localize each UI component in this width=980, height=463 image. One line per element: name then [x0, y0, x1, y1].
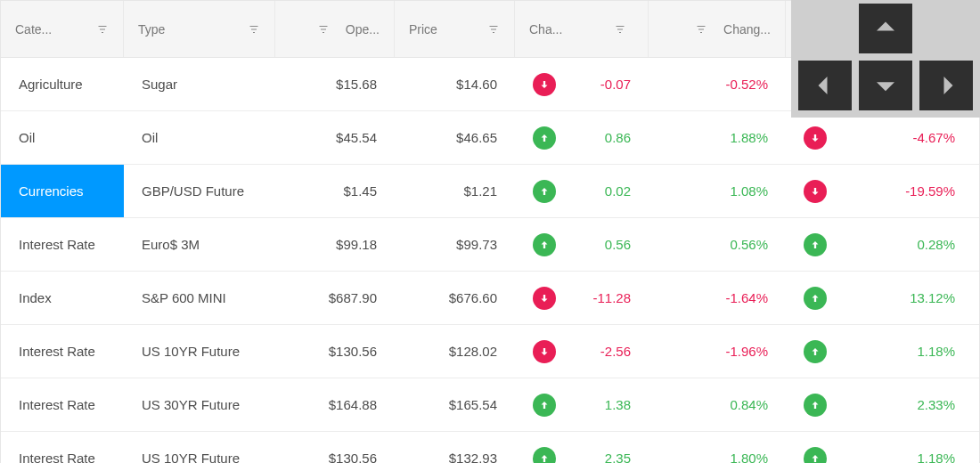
nav-right-button[interactable] — [919, 61, 973, 110]
cell-type[interactable]: Euro$ 3M — [124, 218, 275, 271]
price-value: $46.65 — [456, 130, 497, 145]
cell-open[interactable]: $45.54 — [275, 111, 395, 164]
type-text: Oil — [142, 130, 158, 145]
price-value: $14.60 — [456, 77, 497, 92]
cell-price[interactable]: $165.54 — [395, 378, 515, 431]
cell-change-pct[interactable]: -1.64% — [649, 272, 786, 324]
cell-open[interactable]: $130.56 — [275, 432, 395, 463]
cell-category[interactable]: Interest Rate — [1, 378, 124, 431]
cell-category[interactable]: Index — [1, 272, 124, 324]
cell-change-ytd[interactable]: 1.18% — [786, 325, 973, 378]
cell-open[interactable]: $15.68 — [275, 58, 395, 110]
grid-body: AgricultureSugar$15.68$14.60-0.07-0.52%O… — [1, 58, 979, 463]
cell-change-ytd[interactable]: 0.28% — [786, 218, 973, 271]
cell-change[interactable]: 1.38 — [515, 378, 649, 431]
cell-category[interactable]: Oil — [1, 111, 124, 164]
cell-change-pct[interactable]: 1.88% — [649, 111, 786, 164]
cell-change[interactable]: -0.07 — [515, 58, 649, 110]
category-text: Interest Rate — [19, 451, 95, 463]
table-row[interactable]: IndexS&P 600 MINI$687.90$676.60-11.28-1.… — [1, 272, 979, 325]
open-value: $164.88 — [329, 397, 377, 412]
column-header-type[interactable]: Type — [124, 1, 275, 57]
filter-icon[interactable] — [695, 23, 707, 36]
cell-price[interactable]: $14.60 — [395, 58, 515, 110]
filter-icon[interactable] — [96, 23, 109, 36]
cell-change-pct[interactable]: 1.80% — [649, 432, 786, 463]
cell-type[interactable]: Oil — [124, 111, 275, 164]
cell-change-ytd[interactable]: -4.67% — [786, 111, 973, 164]
cell-change[interactable]: -11.28 — [515, 272, 649, 324]
table-row[interactable]: CurrenciesGBP/USD Future$1.45$1.210.021.… — [1, 165, 979, 218]
cell-type[interactable]: Sugar — [124, 58, 275, 110]
change-pct-value: -1.64% — [666, 290, 768, 305]
cell-change-ytd[interactable]: 13.12% — [786, 272, 973, 324]
cell-change[interactable]: -2.56 — [515, 325, 649, 378]
cell-open[interactable]: $130.56 — [275, 325, 395, 378]
cell-open[interactable]: $1.45 — [275, 165, 395, 217]
table-row[interactable]: Interest RateUS 30YR Future$164.88$165.5… — [1, 378, 979, 432]
table-row[interactable]: OilOil$45.54$46.650.861.88%-4.67% — [1, 111, 979, 165]
cell-change-pct[interactable]: -1.96% — [649, 325, 786, 378]
cell-change[interactable]: 2.35 — [515, 432, 649, 463]
type-text: US 30YR Future — [142, 397, 240, 412]
filter-icon[interactable] — [614, 23, 626, 36]
cell-category[interactable]: Currencies — [1, 165, 124, 217]
column-header-category[interactable]: Cate... — [1, 1, 124, 57]
cell-change-ytd[interactable]: 1.18% — [786, 432, 973, 463]
cell-type[interactable]: US 10YR Future — [124, 325, 275, 378]
arrow-down-icon — [533, 73, 556, 96]
cell-change[interactable]: 0.86 — [515, 111, 649, 164]
cell-change-pct[interactable]: 1.08% — [649, 165, 786, 217]
cell-type[interactable]: GBP/USD Future — [124, 165, 275, 217]
filter-icon[interactable] — [317, 23, 330, 36]
column-header-change[interactable]: Cha... — [515, 1, 649, 57]
change-pct-value: -1.96% — [666, 344, 768, 359]
table-row[interactable]: Interest RateEuro$ 3M$99.18$99.730.560.5… — [1, 218, 979, 272]
cell-change-pct[interactable]: 0.56% — [649, 218, 786, 271]
table-row[interactable]: Interest RateUS 10YR Future$130.56$128.0… — [1, 325, 979, 378]
open-value: $15.68 — [336, 77, 377, 92]
cell-price[interactable]: $99.73 — [395, 218, 515, 271]
ytd-value: 1.18% — [839, 344, 955, 359]
column-header-price[interactable]: Price — [395, 1, 515, 57]
cell-change-pct[interactable]: 0.84% — [649, 378, 786, 431]
arrow-up-icon — [804, 394, 827, 417]
cell-open[interactable]: $164.88 — [275, 378, 395, 431]
open-value: $687.90 — [329, 290, 377, 305]
open-value: $45.54 — [336, 130, 377, 145]
cell-price[interactable]: $128.02 — [395, 325, 515, 378]
ytd-value: -19.59% — [839, 183, 955, 199]
cell-price[interactable]: $676.60 — [395, 272, 515, 324]
cell-type[interactable]: US 30YR Future — [124, 378, 275, 431]
column-label: Cha... — [529, 22, 562, 37]
column-header-open[interactable]: Ope... — [275, 1, 395, 57]
cell-change-ytd[interactable]: 2.33% — [786, 378, 973, 431]
cell-change[interactable]: 0.56 — [515, 218, 649, 271]
cell-type[interactable]: US 10YR Future — [124, 432, 275, 463]
cell-change-ytd[interactable]: -19.59% — [786, 165, 973, 217]
cell-change-pct[interactable]: -0.52% — [649, 58, 786, 110]
cell-category[interactable]: Interest Rate — [1, 218, 124, 271]
cell-price[interactable]: $132.93 — [395, 432, 515, 463]
cell-open[interactable]: $687.90 — [275, 272, 395, 324]
cell-price[interactable]: $1.21 — [395, 165, 515, 217]
column-header-change-pct[interactable]: Chang... — [649, 1, 786, 57]
filter-icon[interactable] — [487, 23, 500, 36]
cell-change[interactable]: 0.02 — [515, 165, 649, 217]
cell-category[interactable]: Agriculture — [1, 58, 124, 110]
cell-type[interactable]: S&P 600 MINI — [124, 272, 275, 324]
nav-down-button[interactable] — [859, 61, 912, 110]
change-pct-value: 1.80% — [666, 451, 768, 463]
nav-left-button[interactable] — [798, 61, 852, 110]
column-label: Cate... — [15, 22, 52, 37]
cell-category[interactable]: Interest Rate — [1, 432, 124, 463]
change-value: 2.35 — [568, 451, 631, 463]
change-pct-value: 1.08% — [666, 183, 768, 199]
cell-open[interactable]: $99.18 — [275, 218, 395, 271]
cell-category[interactable]: Interest Rate — [1, 325, 124, 378]
table-row[interactable]: Interest RateUS 10YR Future$130.56$132.9… — [1, 432, 979, 463]
filter-icon[interactable] — [248, 23, 260, 36]
arrow-up-icon — [533, 394, 556, 417]
cell-price[interactable]: $46.65 — [395, 111, 515, 164]
nav-up-button[interactable] — [859, 4, 912, 53]
